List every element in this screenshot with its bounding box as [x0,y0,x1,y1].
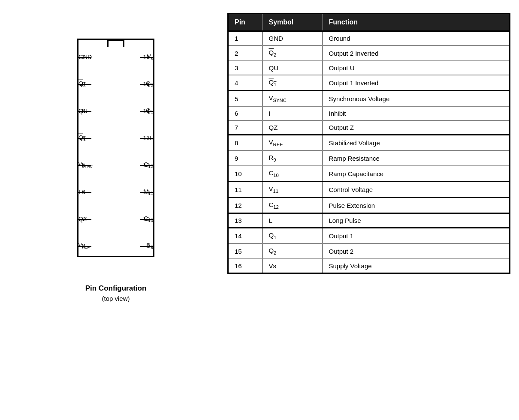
table-row: 4Q1Output 1 Inverted [228,75,510,91]
caption-line2: (top view) [85,294,147,304]
table-row: 5VSYNCSynchronous Voltage [228,91,510,107]
pin-label-11: V11 [144,188,153,196]
cell-symbol: R9 [263,150,323,166]
cell-function: Inhibit [323,106,510,120]
cell-symbol: V11 [263,182,323,198]
cell-symbol: Q2 [263,243,323,259]
cell-symbol: L [263,213,323,228]
left-panel: 1 GND 2 Q2 3 QU 4 Q1 5 VSYNC 6 I 7 [9,9,223,303]
pin-label-13: L [150,135,153,141]
cell-pin: 12 [228,198,263,213]
cell-pin: 3 [228,61,263,75]
cell-pin: 2 [228,45,263,61]
table-row: 9R9Ramp Resistance [228,150,510,166]
table-row: 15Q2Output 2 [228,243,510,259]
cell-pin: 13 [228,213,263,228]
col-header-function: Function [323,14,510,31]
cell-pin: 9 [228,150,263,166]
pin-label-12: C12 [144,161,153,169]
table-row: 12C12Pulse Extension [228,198,510,213]
cell-symbol: Q1 [263,75,323,91]
pin-label-1: GND [78,54,92,60]
pin-label-7: QZ [78,216,87,222]
cell-pin: 14 [228,228,263,244]
cell-function: Synchronous Voltage [323,91,510,107]
cell-symbol: C12 [263,198,323,213]
caption-line1: Pin Configuration [85,283,147,294]
cell-symbol: VREF [263,135,323,151]
cell-function: Ground [323,31,510,46]
cell-function: Output 1 [323,228,510,244]
cell-symbol: QU [263,61,323,75]
cell-pin: 10 [228,166,263,182]
cell-function: Output U [323,61,510,75]
pin-label-6: I [78,189,80,195]
pin-number-13: 13 [143,135,150,141]
pin-label-3: QU [78,108,88,114]
cell-symbol: VSYNC [263,91,323,107]
table-row: 1GNDGround [228,31,510,46]
cell-pin: 7 [228,120,263,135]
cell-pin: 15 [228,243,263,259]
table-header-row: Pin Symbol Function [228,14,510,31]
table-row: 14Q1Output 1 [228,228,510,244]
cell-symbol: Vs [263,259,323,273]
pin-label-16: Vs [147,53,153,61]
cell-function: Output 1 Inverted [323,75,510,91]
cell-symbol: I [263,106,323,120]
pin-table: Pin Symbol Function 1GNDGround2Q2Output … [227,13,510,274]
ic-diagram: 1 GND 2 Q2 3 QU 4 Q1 5 VSYNC 6 I 7 [43,21,189,270]
cell-pin: 11 [228,182,263,198]
cell-pin: 5 [228,91,263,107]
col-header-pin: Pin [228,14,263,31]
cell-pin: 6 [228,106,263,120]
cell-symbol: GND [263,31,323,46]
pin-label-15: Q2 [146,80,153,88]
table-row: 13LLong Pulse [228,213,510,228]
cell-pin: 4 [228,75,263,91]
table-row: 11V11Control Voltage [228,182,510,198]
pin-label-14: Q1 [146,107,153,115]
cell-function: Ramp Resistance [323,150,510,166]
cell-symbol: QZ [263,120,323,135]
ic-body: 1 GND 2 Q2 3 QU 4 Q1 5 VSYNC 6 I 7 [77,39,154,257]
cell-function: Long Pulse [323,213,510,228]
right-panel: Pin Symbol Function 1GNDGround2Q2Output … [223,9,510,274]
cell-function: Output 2 [323,243,510,259]
pin-label-9: R9 [146,242,153,250]
cell-function: Control Voltage [323,182,510,198]
cell-pin: 16 [228,259,263,273]
table-row: 8VREFStabilized Voltage [228,135,510,151]
table-row: 16VsSupply Voltage [228,259,510,273]
table-row: 3QUOutput U [228,61,510,75]
table-row: 2Q2Output 2 Inverted [228,45,510,61]
cell-function: Output Z [323,120,510,135]
ic-notch [107,39,124,47]
table-row: 7QZOutput Z [228,120,510,135]
cell-pin: 1 [228,31,263,46]
pin-label-10: C10 [144,215,153,223]
pin-label-5: VSYNC [78,162,93,168]
cell-function: Supply Voltage [323,259,510,273]
pin-label-8: VREF [78,243,90,249]
table-row: 6IInhibit [228,106,510,120]
pin-number-6: 6 [82,189,85,195]
caption: Pin Configuration (top view) [85,283,147,303]
cell-function: Stabilized Voltage [323,135,510,151]
col-header-symbol: Symbol [263,14,323,31]
cell-function: Pulse Extension [323,198,510,213]
table-row: 10C10Ramp Capacitance [228,166,510,182]
cell-pin: 8 [228,135,263,151]
cell-symbol: C10 [263,166,323,182]
pin-label-4: Q1 [78,134,86,142]
cell-symbol: Q1 [263,228,323,244]
cell-symbol: Q2 [263,45,323,61]
cell-function: Ramp Capacitance [323,166,510,182]
pin-label-2: Q2 [78,80,86,88]
cell-function: Output 2 Inverted [323,45,510,61]
